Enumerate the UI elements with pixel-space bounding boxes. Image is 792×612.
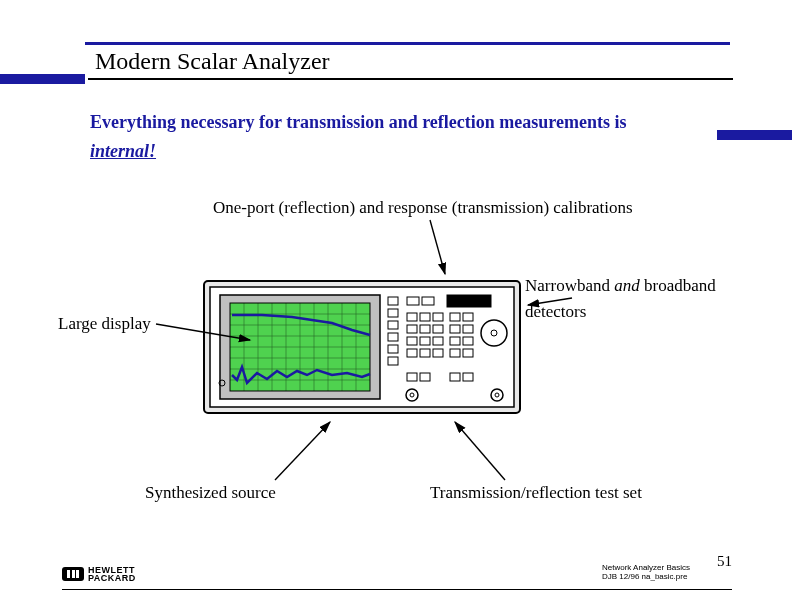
right-blue-accent <box>717 130 792 140</box>
label-calibrations: One-port (reflection) and response (tran… <box>213 198 633 218</box>
page-number: 51 <box>717 553 732 570</box>
svg-rect-30 <box>407 313 417 321</box>
label-narrowband: Narrowband and broadband <box>525 276 716 296</box>
svg-rect-40 <box>420 349 430 357</box>
svg-point-58 <box>491 389 503 401</box>
svg-line-64 <box>455 422 505 480</box>
svg-rect-33 <box>407 325 417 333</box>
svg-rect-44 <box>450 325 460 333</box>
left-blue-accent <box>0 74 85 84</box>
footer-line2: DJB 12/96 na_basic.pre <box>602 572 687 581</box>
slide-title: Modern Scalar Analyzer <box>95 48 330 75</box>
hp-logo: HEWLETT PACKARD <box>62 566 136 582</box>
svg-rect-32 <box>433 313 443 321</box>
slide-subtitle: Everything necessary for transmission an… <box>90 108 710 166</box>
label-large-display: Large display <box>58 314 151 334</box>
svg-rect-53 <box>420 373 430 381</box>
svg-rect-42 <box>450 313 460 321</box>
label-narrowband-post: broadband <box>644 276 716 295</box>
svg-point-56 <box>406 389 418 401</box>
svg-rect-48 <box>450 349 460 357</box>
svg-line-60 <box>430 220 445 274</box>
title-top-rule <box>85 42 730 45</box>
label-detectors: detectors <box>525 302 586 322</box>
hp-logo-text: HEWLETT PACKARD <box>88 566 136 582</box>
svg-rect-23 <box>388 321 398 329</box>
svg-rect-25 <box>388 345 398 353</box>
svg-rect-49 <box>463 349 473 357</box>
title-underline <box>88 78 733 80</box>
svg-rect-21 <box>388 297 398 305</box>
svg-rect-43 <box>463 313 473 321</box>
svg-rect-29 <box>447 295 491 307</box>
svg-rect-46 <box>450 337 460 345</box>
label-test-set: Transmission/reflection test set <box>430 483 642 503</box>
hp-brand-bottom: PACKARD <box>88 573 136 583</box>
svg-rect-47 <box>463 337 473 345</box>
svg-rect-37 <box>420 337 430 345</box>
svg-rect-36 <box>407 337 417 345</box>
svg-rect-27 <box>407 297 419 305</box>
svg-rect-26 <box>388 357 398 365</box>
svg-rect-35 <box>433 325 443 333</box>
svg-line-63 <box>275 422 330 480</box>
label-synth-source: Synthesized source <box>145 483 276 503</box>
svg-rect-52 <box>407 373 417 381</box>
svg-rect-41 <box>433 349 443 357</box>
svg-point-50 <box>481 320 507 346</box>
label-narrowband-pre: Narrowband <box>525 276 614 295</box>
analyzer-illustration <box>202 275 522 420</box>
svg-rect-28 <box>422 297 434 305</box>
svg-rect-34 <box>420 325 430 333</box>
footer-meta: Network Analyzer Basics DJB 12/96 na_bas… <box>602 563 690 582</box>
hp-logo-icon <box>62 567 84 581</box>
svg-rect-31 <box>420 313 430 321</box>
svg-rect-39 <box>407 349 417 357</box>
svg-rect-24 <box>388 333 398 341</box>
subtitle-internal: internal! <box>90 141 156 161</box>
svg-rect-55 <box>463 373 473 381</box>
footer-rule <box>62 589 732 590</box>
footer-line1: Network Analyzer Basics <box>602 563 690 572</box>
svg-rect-22 <box>388 309 398 317</box>
svg-rect-45 <box>463 325 473 333</box>
svg-rect-38 <box>433 337 443 345</box>
svg-rect-54 <box>450 373 460 381</box>
label-narrowband-ital: and <box>614 276 644 295</box>
subtitle-line1: Everything necessary for transmission an… <box>90 112 626 132</box>
